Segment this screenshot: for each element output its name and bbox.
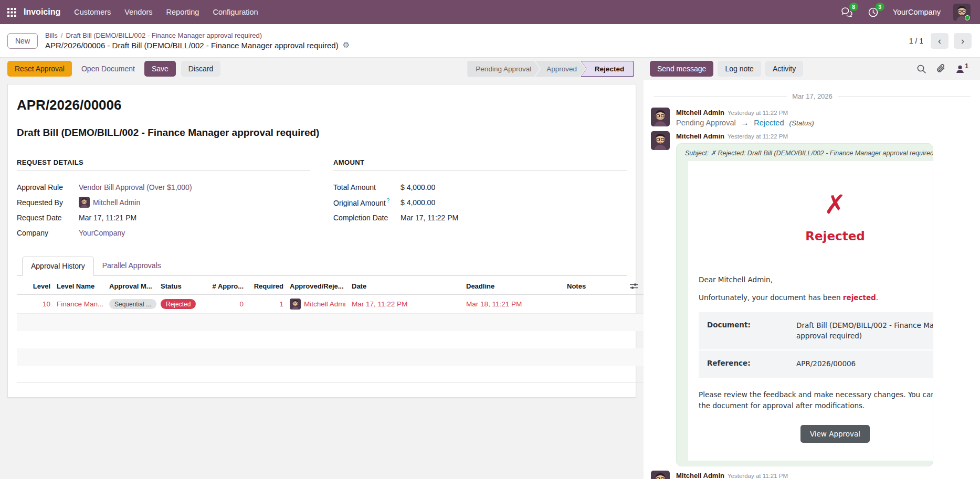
cell-notes [564,295,627,314]
column-date[interactable]: Date [349,277,463,295]
notebook-tabs: Approval History Parallel Approvals [17,256,627,276]
view-approval-button[interactable]: View Approval [800,425,870,443]
column-required[interactable]: Required [247,277,287,295]
cell-approval-method: Sequential ... [106,295,157,314]
email-subject: Subject: ✗ Rejected: Draft Bill (DEMO/BI… [677,144,933,161]
log-note-button[interactable]: Log note [718,61,761,77]
column-level-name[interactable]: Level Name [54,277,106,295]
status-step-pending-approval[interactable]: Pending Approval [467,61,540,77]
menu-customers[interactable]: Customers [74,8,111,16]
rejected-word: rejected [843,293,876,302]
save-button[interactable]: Save [144,61,176,77]
column-level[interactable]: Level [17,277,54,295]
message-author[interactable]: Mitchell Admin [676,132,724,140]
app-name[interactable]: Invoicing [24,7,60,17]
approval-method-badge: Sequential ... [109,299,156,309]
tracking-new-value: Rejected [754,119,784,127]
activities-clock-icon[interactable]: 3 [867,6,880,18]
online-status-dot [965,15,970,20]
status-step-rejected[interactable]: Rejected [581,61,634,77]
pager-previous-button[interactable]: ‹ [931,33,949,49]
cell-level-name: Finance Man... [54,295,106,314]
approval-level-row[interactable]: 10 Finance Man... Sequential ... Rejecte… [17,295,644,314]
message-author-avatar [651,471,670,479]
top-navbar: Invoicing Customers Vendors Reporting Co… [0,0,980,24]
attachments-paperclip-icon[interactable] [936,64,945,73]
column-approvals[interactable]: # Appro... [205,277,247,295]
tracking-old-value: Pending Approval [676,119,736,127]
empty-row [17,348,644,366]
empty-row [17,331,644,348]
open-document-button[interactable]: Open Document [77,61,139,77]
tracking-field-name: (Status) [789,119,814,127]
cell-approved-by: Mitchell Admi [287,295,349,314]
approval-rule-link[interactable]: Vendor Bill Approval (Over $1,000) [79,183,192,191]
column-notes[interactable]: Notes [564,277,627,295]
column-approved-by[interactable]: Approved/Reje... [287,277,349,295]
help-icon[interactable]: ? [387,198,390,204]
pager-next-button[interactable]: › [954,33,972,49]
followers-icon[interactable]: 1 [956,65,968,73]
table-header-row: Level Level Name Approval M... Status # … [17,277,644,295]
message-rejection-email: Mitchell Admin Yesterday at 11:22 PM Sub… [651,131,980,466]
gear-icon[interactable]: ⚙ [343,40,350,50]
company-switcher[interactable]: YourCompany [893,8,941,16]
reset-approval-button[interactable]: Reset Approval [7,61,72,77]
email-message-card: Subject: ✗ Rejected: Draft Bill (DEMO/BI… [676,143,933,466]
messages-icon[interactable]: 8 [840,6,854,18]
optional-columns-icon[interactable] [627,277,644,295]
form-sheet: APR/2026/00006 Draft Bill (DEMO/BILL/002… [7,84,636,398]
approval-request-title: APR/2026/00006 [17,97,627,113]
email-document-table: Document: Draft Bill (DEMO/BILL/002 - Fi… [699,312,933,378]
original-amount-label: Original Amount? [333,198,401,207]
tab-parallel-approvals[interactable]: Parallel Approvals [94,257,170,276]
approver-name-link[interactable]: Mitchell Admi [304,300,346,308]
control-panel: New Bills / Draft Bill (DEMO/BILL/002 - … [0,24,980,58]
amount-heading: AMOUNT [333,158,627,171]
tab-approval-history[interactable]: Approval History [22,257,94,276]
column-status[interactable]: Status [157,277,205,295]
column-approval-method[interactable]: Approval M... [106,277,157,295]
message-author[interactable]: Mitchell Admin [676,109,724,116]
menu-configuration[interactable]: Configuration [213,8,258,16]
apps-grid-icon[interactable] [7,8,16,17]
menu-vendors[interactable]: Vendors [124,8,152,16]
message-time: Yesterday at 11:22 PM [728,110,788,116]
request-details-heading: REQUEST DETAILS [17,158,310,171]
email-rejection-line: Unfortunately, your document has been re… [699,293,933,302]
menu-reporting[interactable]: Reporting [166,8,199,16]
request-details-group: REQUEST DETAILS Approval Rule Vendor Bil… [17,158,310,240]
breadcrumb-document-link[interactable]: Draft Bill (DEMO/BILL/002 - Finance Mana… [66,31,262,39]
total-amount-value: $ 4,000.00 [401,183,435,191]
activity-button[interactable]: Activity [765,61,803,77]
company-link[interactable]: YourCompany [79,229,125,237]
action-bar: Reset Approval Open Document Save Discar… [0,58,980,80]
message-author[interactable]: Mitchell Admin [676,472,724,479]
cell-level: 10 [17,295,54,314]
cell-required: 1 [247,295,287,314]
send-message-button[interactable]: Send message [650,61,713,77]
search-messages-icon[interactable] [917,65,926,73]
requested-by-label: Requested By [17,198,79,207]
request-date-value: Mar 17, 11:21 PM [79,214,136,222]
company-label: Company [17,229,79,237]
approver-avatar [290,299,301,310]
message-tracking: Mitchell Admin Yesterday at 11:22 PM Pen… [651,108,980,127]
breadcrumb-separator: / [61,31,63,39]
reference-value: APR/2026/00006 [796,359,933,369]
discard-button[interactable]: Discard [181,61,220,77]
followers-count: 1 [965,62,968,70]
breadcrumb: Bills / Draft Bill (DEMO/BILL/002 - Fina… [45,31,350,50]
status-step-approved[interactable]: Approved [535,61,585,77]
tracking-arrow-icon: → [741,119,749,127]
new-button[interactable]: New [7,33,38,49]
column-deadline[interactable]: Deadline [463,277,564,295]
user-avatar[interactable] [953,4,971,21]
requested-by-link[interactable]: Mitchell Admin [93,198,140,207]
request-date-label: Request Date [17,214,79,222]
email-body: ✗ Rejected Dear Mitchell Admin, Unfortun… [688,161,933,461]
empty-row [17,314,644,331]
chatter-topbar: Send message Log note Activity 1 [644,61,980,77]
breadcrumb-bills-link[interactable]: Bills [45,31,58,39]
message-author-avatar [651,108,670,126]
